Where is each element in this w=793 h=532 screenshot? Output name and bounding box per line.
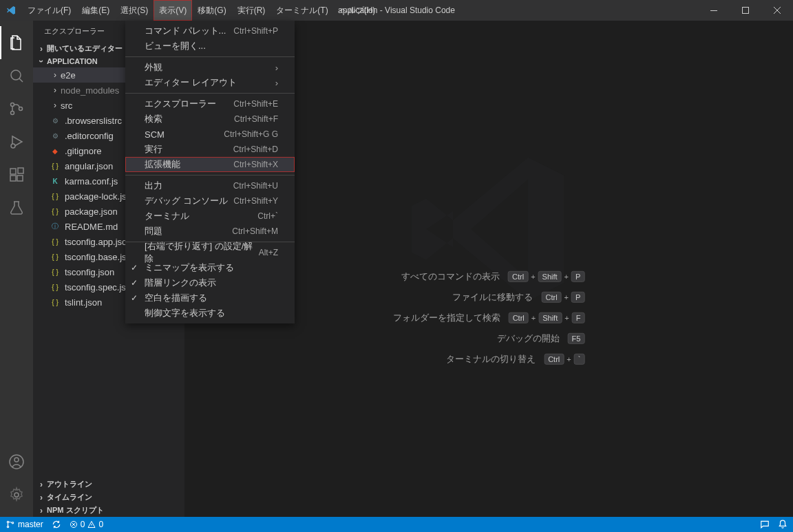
svg-point-13 — [14, 493, 19, 497]
window-title: application - Visual Studio Code — [338, 6, 455, 15]
svg-rect-8 — [10, 175, 16, 181]
npm-scripts-section[interactable]: ›NPM スクリプト — [33, 504, 184, 517]
menu-item[interactable]: ファイル(F) — [22, 0, 76, 21]
minimize-button[interactable] — [698, 0, 730, 21]
close-button[interactable] — [761, 0, 793, 21]
outline-section[interactable]: ›アウトライン — [33, 478, 184, 491]
feedback-icon[interactable] — [760, 520, 770, 529]
svg-point-14 — [7, 521, 8, 522]
problems-indicator[interactable]: 0 0 — [70, 520, 103, 529]
menu-item[interactable]: 編集(E) — [76, 0, 115, 21]
menu-entry[interactable]: ✓ミニマップを表示する — [125, 260, 295, 275]
svg-point-6 — [11, 144, 15, 148]
npm-scripts-label: NPM スクリプト — [47, 505, 104, 515]
welcome-hint: ターミナルの切り替えCtrl+` — [393, 353, 585, 365]
svg-point-5 — [19, 107, 23, 111]
warnings-count: 0 — [98, 520, 103, 529]
view-menu-dropdown: コマンド パレット...Ctrl+Shift+Pビューを開く...外観›エディタ… — [125, 21, 295, 323]
svg-point-2 — [11, 70, 21, 80]
window-controls — [698, 0, 793, 21]
svg-rect-0 — [710, 10, 717, 11]
svg-rect-10 — [18, 168, 23, 173]
source-control-icon[interactable] — [0, 92, 33, 125]
welcome-hint: すべてのコマンドの表示Ctrl+Shift+P — [393, 270, 585, 283]
timeline-section[interactable]: ›タイムライン — [33, 491, 184, 504]
menu-entry[interactable]: ✓空白を描画する — [125, 290, 295, 306]
menu-entry[interactable]: ターミナルCtrl+` — [125, 209, 295, 224]
menu-entry[interactable]: SCMCtrl+Shift+G G — [125, 127, 295, 142]
welcome-hint: ファイルに移動するCtrl+P — [393, 291, 585, 304]
branch-name: master — [18, 520, 43, 529]
menu-entry[interactable]: 拡張機能Ctrl+Shift+X — [125, 157, 295, 172]
menu-item[interactable]: ターミナル(T) — [271, 0, 333, 21]
titlebar: ファイル(F)編集(E)選択(S)表示(V)移動(G)実行(R)ターミナル(T)… — [0, 0, 793, 21]
errors-count: 0 — [81, 520, 85, 529]
menu-entry[interactable]: エクスプローラーCtrl+Shift+E — [125, 96, 295, 111]
test-icon[interactable] — [0, 191, 33, 224]
menu-entry[interactable]: 問題Ctrl+Shift+M — [125, 224, 295, 239]
menu-entry[interactable]: 検索Ctrl+Shift+F — [125, 111, 295, 127]
activitybar — [0, 21, 33, 517]
menu-item[interactable]: 選択(S) — [115, 0, 154, 21]
root-folder-label: APPLICATION — [47, 57, 98, 65]
menu-separator — [125, 56, 295, 57]
settings-icon[interactable] — [0, 478, 33, 511]
svg-point-3 — [11, 103, 14, 107]
svg-rect-1 — [743, 8, 749, 14]
menu-entry[interactable]: エディター レイアウト› — [125, 75, 295, 90]
outline-label: アウトライン — [47, 479, 92, 489]
menu-entry[interactable]: ビューを開く... — [125, 39, 295, 54]
menu-entry[interactable]: 制御文字を表示する — [125, 306, 295, 321]
menu-separator — [125, 175, 295, 175]
svg-point-4 — [11, 111, 14, 115]
statusbar: master 0 0 — [0, 517, 793, 532]
run-debug-icon[interactable] — [0, 125, 33, 158]
svg-point-12 — [14, 458, 19, 462]
welcome-hint: デバッグの開始F5 — [393, 332, 585, 345]
vscode-logo-icon — [6, 5, 17, 16]
explorer-icon[interactable] — [0, 26, 33, 59]
sync-indicator[interactable] — [52, 520, 61, 529]
notifications-icon[interactable] — [778, 520, 787, 529]
svg-rect-9 — [17, 175, 23, 181]
menu-entry[interactable]: コマンド パレット...Ctrl+Shift+P — [125, 23, 295, 39]
menu-entry[interactable]: ✓階層リンクの表示 — [125, 275, 295, 290]
timeline-label: タイムライン — [47, 492, 92, 502]
branch-indicator[interactable]: master — [6, 520, 43, 529]
extensions-icon[interactable] — [0, 158, 33, 191]
menu-entry[interactable]: 実行Ctrl+Shift+D — [125, 142, 295, 157]
menu-entry[interactable]: [右端で折り返す] の設定/解除Alt+Z — [125, 245, 295, 260]
menu-separator — [125, 93, 295, 94]
svg-point-15 — [7, 526, 8, 527]
welcome-hints: すべてのコマンドの表示Ctrl+Shift+Pファイルに移動するCtrl+Pフォ… — [393, 270, 585, 365]
accounts-icon[interactable] — [0, 445, 33, 478]
svg-rect-7 — [10, 169, 16, 174]
maximize-button[interactable] — [730, 0, 761, 21]
open-editors-label: 開いているエディター — [47, 43, 123, 54]
menu-item[interactable]: 実行(R) — [232, 0, 271, 21]
menu-entry[interactable]: 出力Ctrl+Shift+U — [125, 178, 295, 193]
menu-item[interactable]: 表示(V) — [154, 0, 192, 21]
menu-item[interactable]: 移動(G) — [192, 0, 231, 21]
welcome-hint: フォルダーを指定して検索Ctrl+Shift+F — [393, 312, 585, 324]
menu-entry[interactable]: 外観› — [125, 60, 295, 75]
menu-entry[interactable]: デバッグ コンソールCtrl+Shift+Y — [125, 193, 295, 209]
search-icon[interactable] — [0, 59, 33, 92]
menubar: ファイル(F)編集(E)選択(S)表示(V)移動(G)実行(R)ターミナル(T)… — [22, 0, 381, 21]
